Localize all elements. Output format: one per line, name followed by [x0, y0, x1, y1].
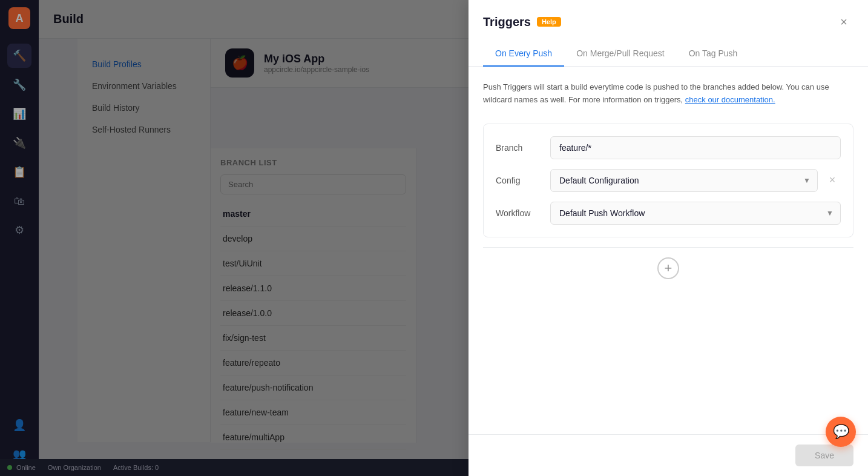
chat-icon: 💬: [833, 424, 849, 440]
modal-footer: Save: [469, 434, 868, 476]
config-select-wrap: Default Configuration ▼: [550, 169, 818, 192]
tab-on-every-push[interactable]: On Every Push: [483, 41, 564, 67]
modal-title-row: Triggers Help ×: [483, 12, 853, 31]
workflow-select[interactable]: Default Push Workflow: [550, 202, 841, 225]
docs-link[interactable]: check our documentation.: [685, 95, 775, 104]
config-field-label: Config: [496, 176, 550, 185]
workflow-select-wrap: Default Push Workflow ▼: [550, 202, 841, 225]
branch-field-label: Branch: [496, 143, 550, 153]
help-badge[interactable]: Help: [537, 17, 561, 27]
trigger-card: Branch Config Default Configuration ▼ × …: [483, 124, 853, 237]
tab-on-tag-push[interactable]: On Tag Push: [677, 41, 750, 67]
modal-description: Push Triggers will start a build everyti…: [483, 81, 853, 107]
save-button[interactable]: Save: [795, 445, 853, 466]
config-field-row: Config Default Configuration ▼ ×: [496, 169, 841, 192]
config-select[interactable]: Default Configuration: [550, 169, 818, 192]
workflow-field-row: Workflow Default Push Workflow ▼: [496, 202, 841, 225]
modal-title: Triggers Help: [483, 15, 561, 29]
modal-header: Triggers Help × On Every Push On Merge/P…: [469, 0, 868, 67]
add-trigger-button[interactable]: +: [657, 257, 679, 279]
workflow-field-label: Workflow: [496, 208, 550, 218]
tab-on-merge-pull[interactable]: On Merge/Pull Request: [564, 41, 677, 67]
branch-field-row: Branch: [496, 136, 841, 159]
branch-field-input[interactable]: [550, 136, 841, 159]
chat-button[interactable]: 💬: [826, 417, 856, 447]
modal-tabs: On Every Push On Merge/Pull Request On T…: [483, 41, 853, 66]
close-button[interactable]: ×: [834, 12, 853, 31]
modal-body: Push Triggers will start a build everyti…: [469, 67, 868, 434]
config-delete-button[interactable]: ×: [824, 172, 841, 189]
triggers-modal: Triggers Help × On Every Push On Merge/P…: [469, 0, 868, 476]
add-trigger-row: +: [483, 247, 853, 289]
